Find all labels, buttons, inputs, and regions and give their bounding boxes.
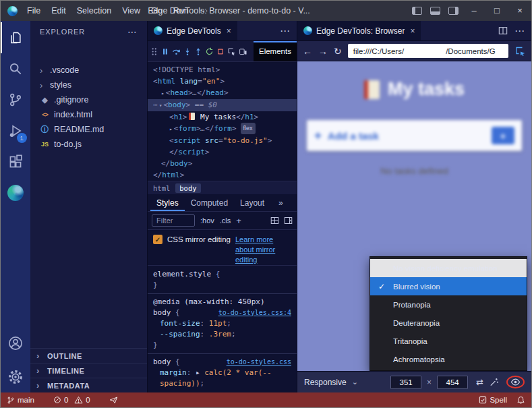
feedback-indicator[interactable]: [109, 396, 118, 404]
css-line[interactable]: body {to-do-styles.css:4: [153, 308, 291, 318]
tab-edge-devtools-browser[interactable]: Edge DevTools: Browser ×: [297, 21, 421, 40]
forward-icon[interactable]: →: [318, 47, 328, 56]
spell-checker-indicator[interactable]: Spell: [479, 396, 507, 404]
responsive-dropdown[interactable]: Responsive: [304, 378, 347, 387]
menu-selection[interactable]: Selection: [71, 1, 117, 21]
split-editor-icon[interactable]: [498, 26, 508, 35]
device-emulation-icon[interactable]: [239, 47, 247, 56]
dom-node[interactable]: </script>: [148, 146, 297, 158]
tab-close-icon[interactable]: ×: [227, 26, 231, 36]
css-line[interactable]: --spacing: .3rem;: [153, 329, 291, 340]
activity-source-control[interactable]: [1, 84, 30, 115]
expand-arrow-icon[interactable]: ▾: [159, 103, 162, 109]
section-metadata[interactable]: ›METADATA: [30, 378, 147, 392]
dom-node[interactable]: <html lang="en">: [148, 76, 297, 87]
tab-edge-devtools[interactable]: Edge DevTools ×: [148, 21, 237, 40]
emulation-wand-icon[interactable]: [489, 377, 500, 387]
menu-run[interactable]: Run: [168, 1, 194, 21]
menu-file[interactable]: File: [22, 1, 46, 21]
dom-node[interactable]: </body>: [148, 158, 297, 169]
file-gitignore[interactable]: ◆.gitignore: [30, 92, 147, 107]
menu-go[interactable]: Go: [146, 1, 168, 21]
drag-handle-icon[interactable]: [150, 47, 158, 56]
branch-indicator[interactable]: main: [7, 396, 34, 405]
dom-node[interactable]: ⋯▾<body> == $0: [148, 99, 297, 111]
activity-explorer[interactable]: [1, 22, 30, 53]
close-button[interactable]: ×: [508, 1, 531, 21]
editor-actions-more-icon[interactable]: ⋯: [280, 25, 290, 37]
css-line[interactable]: }: [153, 340, 291, 351]
maximize-button[interactable]: □: [485, 1, 508, 21]
grid-overlay-icon[interactable]: [270, 216, 279, 225]
explorer-more-icon[interactable]: ⋯: [127, 26, 138, 37]
problems-indicator[interactable]: 0 0: [53, 396, 90, 404]
activity-account[interactable]: [1, 328, 30, 359]
stop-icon[interactable]: [216, 47, 225, 56]
menu-item-blurred-vision[interactable]: ✓Blurred vision: [370, 277, 527, 295]
activity-extensions[interactable]: [1, 146, 30, 177]
viewport-height-input[interactable]: [437, 376, 468, 389]
section-outline[interactable]: ›OUTLINE: [30, 348, 147, 363]
dom-node[interactable]: ▸<form>…</form>flex: [148, 123, 297, 135]
vision-deficiency-eye-icon[interactable]: [510, 378, 521, 386]
viewport-width-input[interactable]: [390, 376, 421, 389]
stylesheet-link[interactable]: to-do-styles.css:4: [218, 308, 291, 318]
file-vscode[interactable]: ›.vscode: [30, 63, 147, 78]
file-to-do-js[interactable]: JSto-do.js: [30, 137, 147, 152]
file-index-html[interactable]: <>index.html: [30, 107, 147, 122]
menu-view[interactable]: View: [117, 1, 146, 21]
class-toggle-button[interactable]: .cls: [220, 216, 231, 225]
add-task-card[interactable]: + Add a task +: [307, 120, 522, 151]
crumb-html[interactable]: html: [153, 184, 170, 192]
toggle-panel-icon[interactable]: [430, 7, 440, 15]
pseudo-state-button[interactable]: :hov: [200, 216, 214, 225]
dom-node[interactable]: </html>: [148, 169, 297, 181]
menu-item-tritanopia[interactable]: Tritanopia: [370, 332, 527, 350]
step-into-icon[interactable]: [183, 47, 191, 56]
add-task-button[interactable]: +: [492, 127, 514, 144]
minimize-button[interactable]: –: [463, 1, 485, 21]
back-icon[interactable]: ←: [303, 47, 312, 56]
menu-edit[interactable]: Edit: [46, 1, 71, 21]
css-line[interactable]: margin: ▸ calc(2 * var(--spacing));: [153, 368, 291, 389]
menu-[interactable]: ⋯: [194, 1, 214, 21]
crumb-body[interactable]: body: [175, 183, 200, 193]
tab-styles[interactable]: Styles: [150, 194, 185, 211]
dom-node[interactable]: <!DOCTYPE html>: [148, 64, 297, 76]
css-line[interactable]: }: [153, 280, 291, 291]
activity-settings[interactable]: [1, 361, 30, 392]
refresh-icon[interactable]: ↻: [334, 47, 342, 56]
step-out-icon[interactable]: [194, 47, 202, 56]
styles-filter-input[interactable]: Filter: [152, 214, 195, 227]
step-over-icon[interactable]: [172, 47, 181, 56]
activity-search[interactable]: [1, 53, 30, 84]
menu-item-no-vision-deficiency-emulation[interactable]: No vision deficiency emulation: [370, 259, 527, 277]
section-timeline[interactable]: ›TIMELINE: [30, 363, 147, 378]
stylesheet-link[interactable]: to-do-styles.css: [227, 357, 291, 368]
toggle-sidebar-icon[interactable]: [412, 7, 422, 15]
activity-run-debug[interactable]: 1: [1, 115, 30, 146]
expand-arrow-icon[interactable]: ▸: [169, 126, 173, 132]
file-readme-md[interactable]: ⓘREADME.md: [30, 122, 147, 137]
menu-item-deuteranopia[interactable]: Deuteranopia: [370, 314, 527, 332]
rotate-viewport-icon[interactable]: ⇄: [476, 377, 483, 387]
pause-icon[interactable]: [161, 47, 169, 56]
dom-node[interactable]: <script src="to-do.js">: [148, 135, 297, 146]
css-mirror-learn-more-link[interactable]: Learn more about mirror editing: [235, 235, 291, 265]
url-bar[interactable]: file:///C:/Users/ /Documents/G: [348, 44, 508, 58]
css-line[interactable]: font-size: 11pt;: [153, 318, 291, 329]
tab-close-icon[interactable]: ×: [410, 26, 415, 36]
styles-overflow-icon[interactable]: »: [278, 198, 283, 208]
inspect-element-icon[interactable]: [227, 47, 236, 56]
tab-computed[interactable]: Computed: [185, 194, 234, 211]
dom-node[interactable]: <h1> My tasks</h1>: [148, 111, 297, 123]
computed-sidebar-icon[interactable]: [284, 216, 293, 225]
file-styles[interactable]: ›styles: [30, 78, 147, 92]
expand-arrow-icon[interactable]: ▸: [161, 90, 165, 96]
node-more-icon[interactable]: ⋯: [153, 100, 157, 109]
flex-badge[interactable]: flex: [241, 123, 256, 134]
new-style-rule-icon[interactable]: +: [236, 216, 241, 226]
css-line[interactable]: @media (max-width: 450px): [153, 297, 291, 308]
editor-actions-more-icon[interactable]: ⋯: [514, 25, 525, 37]
restart-icon[interactable]: [205, 47, 214, 56]
